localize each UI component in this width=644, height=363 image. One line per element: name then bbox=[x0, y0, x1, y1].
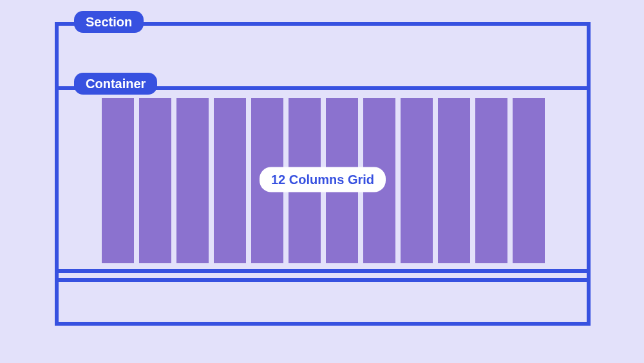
grid-column bbox=[401, 98, 433, 263]
grid-column bbox=[475, 98, 507, 263]
container-label-text: Container bbox=[86, 77, 146, 91]
grid-column bbox=[176, 98, 209, 263]
grid-column bbox=[214, 98, 246, 263]
container-label-pill: Container bbox=[74, 73, 157, 95]
grid-column bbox=[513, 98, 545, 263]
grid-column bbox=[438, 98, 470, 263]
section-bottom-band bbox=[55, 278, 591, 326]
section-label-text: Section bbox=[86, 15, 132, 29]
section-label-pill: Section bbox=[74, 11, 144, 33]
grid-column bbox=[139, 98, 171, 263]
grid-column bbox=[102, 98, 134, 263]
grid-label-text: 12 Columns Grid bbox=[271, 172, 374, 187]
grid-label-pill: 12 Columns Grid bbox=[260, 167, 386, 192]
